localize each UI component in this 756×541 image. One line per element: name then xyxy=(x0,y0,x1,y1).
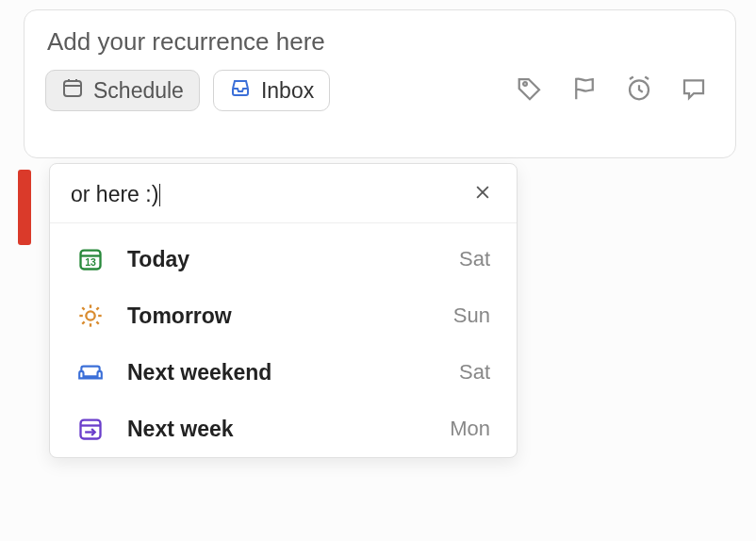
close-icon xyxy=(473,183,492,205)
option-day: Sat xyxy=(459,360,490,385)
option-label: Today xyxy=(127,247,436,272)
text-caret xyxy=(159,184,160,206)
option-next-weekend[interactable]: Next weekend Sat xyxy=(50,344,517,401)
couch-icon xyxy=(76,358,105,386)
task-title-input[interactable]: Add your recurrence here xyxy=(47,27,713,57)
tag-button[interactable] xyxy=(509,70,551,111)
dropdown-search-text: or here :) xyxy=(71,182,158,206)
option-day: Mon xyxy=(450,417,490,441)
svg-rect-20 xyxy=(81,420,101,439)
task-action-row: Schedule Inbox xyxy=(45,70,715,111)
schedule-dropdown: or here :) 13 Today Sat xyxy=(49,163,518,458)
arrow-right-box-icon xyxy=(76,415,105,443)
clear-button[interactable] xyxy=(469,181,496,207)
task-card: Add your recurrence here Schedule xyxy=(24,9,736,158)
schedule-chip[interactable]: Schedule xyxy=(45,70,200,111)
calendar-13-icon: 13 xyxy=(76,245,105,273)
flag-icon xyxy=(570,74,599,107)
svg-point-11 xyxy=(86,311,94,320)
option-day: Sat xyxy=(459,247,490,271)
option-label: Next week xyxy=(127,417,427,442)
reminder-button[interactable] xyxy=(618,70,660,111)
svg-point-4 xyxy=(523,82,527,86)
dropdown-list: 13 Today Sat Tomorrow xyxy=(50,223,517,457)
alarm-clock-icon xyxy=(625,74,653,107)
dropdown-search-display[interactable]: or here :) xyxy=(71,182,469,207)
option-label: Tomorrow xyxy=(127,303,431,329)
tag-icon xyxy=(516,74,544,107)
option-day: Sun xyxy=(453,303,490,328)
option-next-week[interactable]: Next week Mon xyxy=(50,401,517,457)
flag-button[interactable] xyxy=(564,70,605,111)
svg-rect-0 xyxy=(64,81,81,96)
option-label: Next weekend xyxy=(127,360,436,385)
calendar-icon xyxy=(61,76,84,105)
comment-button[interactable] xyxy=(673,70,715,111)
schedule-chip-label: Schedule xyxy=(93,78,184,104)
sun-icon xyxy=(76,302,105,330)
inbox-icon xyxy=(229,76,252,105)
option-tomorrow[interactable]: Tomorrow Sun xyxy=(50,287,517,344)
comment-icon xyxy=(680,74,708,107)
svg-line-16 xyxy=(82,307,84,309)
svg-line-17 xyxy=(96,321,98,323)
option-today[interactable]: 13 Today Sat xyxy=(50,231,517,287)
svg-line-19 xyxy=(96,307,98,309)
svg-text:13: 13 xyxy=(85,256,96,268)
inbox-chip-label: Inbox xyxy=(261,78,314,104)
svg-line-18 xyxy=(82,321,84,323)
priority-indicator xyxy=(18,170,31,245)
dropdown-header: or here :) xyxy=(50,164,517,223)
inbox-chip[interactable]: Inbox xyxy=(213,70,330,111)
